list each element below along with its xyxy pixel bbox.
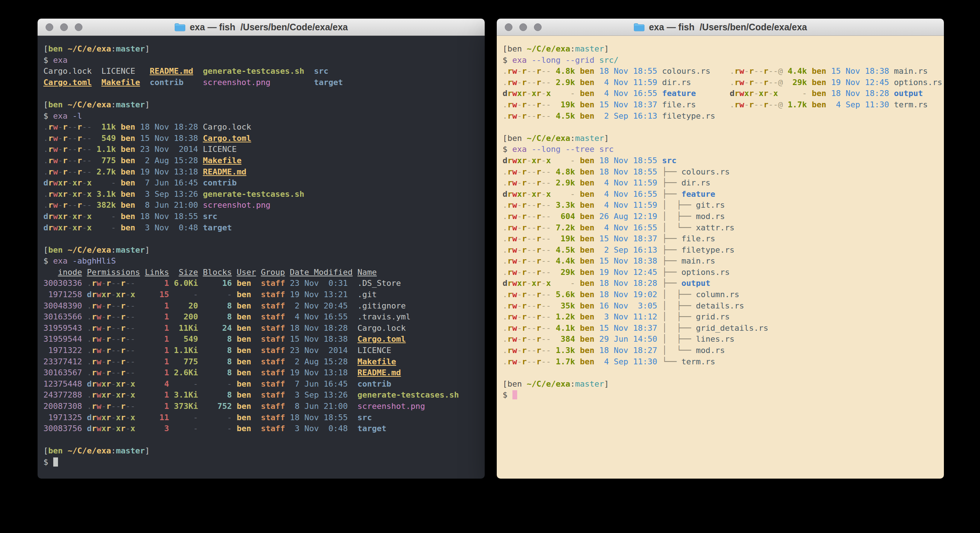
terminal-line: .rw-r--r-- 604 ben 26 Aug 12:19 │ ├── mo… (503, 211, 944, 222)
terminal-line: .rw-r--r-- 1.7k ben 4 Sep 11:30 └── term… (503, 356, 944, 368)
terminal-line: .rw-r--r-- 382k ben 8 Jun 21:00 screensh… (43, 200, 485, 211)
terminal-line: .rw-r--r-- 1.1k ben 23 Nov 2014 LICENCE (43, 144, 485, 155)
window-title-text: exa — fish /Users/ben/Code/exa/exa (649, 22, 807, 32)
terminal-line: drwxr-xr-x - ben 7 Jun 16:45 contrib (43, 177, 485, 189)
terminal-line: 24377288 .rwxr-xr-x 1 3.1Ki 8 ben staff … (43, 389, 485, 401)
terminal-line: .rw-r--r-- 4.1k ben 15 Nov 18:37 │ ├── g… (503, 323, 944, 334)
terminal-line: inode Permissions Links Size Blocks User… (43, 267, 485, 278)
desktop: { "left_window": { "title": "exa — fish … (0, 0, 980, 533)
folder-icon (633, 22, 645, 32)
zoom-button[interactable] (75, 23, 83, 31)
terminal-line: .rw-r--r-- 5.6k ben 18 Nov 19:02 │ ├── c… (503, 289, 944, 300)
terminal-line: $ exa (43, 55, 485, 66)
terminal-line: .rw-r--r-- 3.3k ben 4 Nov 11:59 │ ├── gi… (503, 200, 944, 211)
terminal-line: 1971258 drwxr-xr-x 15 - - ben staff 19 N… (43, 289, 485, 300)
terminal-line: [ben ~/C/e/exa:master] (503, 378, 944, 390)
zoom-button[interactable] (534, 23, 542, 31)
terminal-line: Cargo.toml Makefile contrib screenshot.p… (43, 77, 485, 88)
terminal-line: .rw-r--r-- 384 ben 29 Jun 14:50 │ ├── li… (503, 334, 944, 345)
close-button[interactable] (505, 23, 512, 31)
terminal-line (43, 233, 485, 244)
terminal-line: [ben ~/C/e/exa:master] (43, 244, 485, 256)
title-bar[interactable]: exa — fish /Users/ben/Code/exa/exa (497, 19, 944, 36)
folder-icon (174, 22, 186, 32)
window-title-text: exa — fish /Users/ben/Code/exa/exa (190, 22, 348, 32)
terminal-line: .rw-r--r-- 4.8k ben 18 Nov 18:55 colours… (503, 66, 944, 77)
terminal-line (43, 88, 485, 99)
terminal-line: 31959543 .rw-r--r-- 1 11Ki 24 ben staff … (43, 323, 485, 334)
terminal-line: [ben ~/C/e/exa:master] (43, 445, 485, 457)
terminal-window-light: exa — fish /Users/ben/Code/exa/exa [ben … (497, 19, 944, 479)
terminal-line: $ exa -abghHliS (43, 255, 485, 267)
terminal-output[interactable]: [ben ~/C/e/exa:master]$ exaCargo.lock LI… (38, 36, 485, 479)
terminal-line: 30048390 .rw-r--r-- 1 20 8 ben staff 2 N… (43, 300, 485, 312)
terminal-line: .rw-r--r-- 19k ben 15 Nov 18:37 ├── file… (503, 233, 944, 244)
terminal-output[interactable]: [ben ~/C/e/exa:master]$ exa --long --gri… (497, 36, 944, 479)
terminal-line (503, 121, 944, 133)
terminal-line: .rw-r--r-- 4.8k ben 18 Nov 18:55 ├── col… (503, 166, 944, 178)
minimize-button[interactable] (60, 23, 68, 31)
terminal-line: $ (43, 457, 485, 468)
terminal-line: 30083756 drwxr-xr-x 3 - - ben staff 3 No… (43, 423, 485, 434)
terminal-line: drwxr-xr-x - ben 18 Nov 18:28 ├── output (503, 278, 944, 289)
terminal-line (43, 434, 485, 446)
terminal-line: [ben ~/C/e/exa:master] (43, 99, 485, 111)
terminal-line: $ exa --long --tree src (503, 144, 944, 155)
terminal-line: drwxr-xr-x - ben 4 Nov 16:55 ├── feature (503, 189, 944, 200)
window-controls (505, 19, 542, 35)
terminal-line: [ben ~/C/e/exa:master] (43, 43, 485, 55)
terminal-line: .rw-r--r-- 1.3k ben 18 Nov 18:27 │ └── m… (503, 345, 944, 356)
terminal-line: $ exa --long --grid src/ (503, 55, 944, 66)
terminal-line: 31959544 .rw-r--r-- 1 549 8 ben staff 15… (43, 334, 485, 345)
terminal-line: .rw-r--r-- 2.7k ben 19 Nov 13:18 README.… (43, 166, 485, 178)
terminal-line: 30163567 .rw-r--r-- 1 2.6Ki 8 ben staff … (43, 367, 485, 378)
close-button[interactable] (46, 23, 53, 31)
terminal-line: 30030336 .rw-r--r-- 1 6.0Ki 16 ben staff… (43, 278, 485, 289)
terminal-line: $ exa -l (43, 111, 485, 122)
terminal-line: .rw-r--r-- 549 ben 15 Nov 18:38 Cargo.to… (43, 133, 485, 144)
terminal-line: drwxr-xr-x - ben 3 Nov 0:48 target (43, 222, 485, 234)
terminal-line: 1971325 drwxr-xr-x 11 - - ben staff 18 N… (43, 412, 485, 423)
terminal-line: $ (503, 389, 944, 401)
terminal-line: .rw-r--r-- 35k ben 16 Nov 3:05 │ ├── det… (503, 300, 944, 312)
window-title: exa — fish /Users/ben/Code/exa/exa (633, 22, 807, 32)
title-bar[interactable]: exa — fish /Users/ben/Code/exa/exa (38, 19, 485, 36)
terminal-line: 20087308 .rw-r--r-- 1 373Ki 752 ben staf… (43, 401, 485, 412)
terminal-line: .rw-r--r-- 7.2k ben 4 Nov 16:55 │ └── xa… (503, 222, 944, 234)
terminal-line: .rw-r--r-- 19k ben 15 Nov 18:37 file.rs … (503, 99, 944, 111)
terminal-line: 12375448 drwxr-xr-x 4 - - ben staff 7 Ju… (43, 378, 485, 390)
terminal-line: 1971322 .rw-r--r-- 1 1.1Ki 8 ben staff 2… (43, 345, 485, 356)
terminal-line: .rw-r--r-- 775 ben 2 Aug 15:28 Makefile (43, 155, 485, 166)
terminal-line: [ben ~/C/e/exa:master] (503, 43, 944, 55)
window-title: exa — fish /Users/ben/Code/exa/exa (174, 22, 348, 32)
terminal-window-dark: exa — fish /Users/ben/Code/exa/exa [ben … (38, 19, 485, 479)
terminal-line: drwxr-xr-x - ben 18 Nov 18:55 src (43, 211, 485, 222)
terminal-line: .rw-r--r-- 2.9k ben 4 Nov 11:59 ├── dir.… (503, 177, 944, 189)
terminal-line: .rwxr-xr-x 3.1k ben 3 Sep 13:26 generate… (43, 189, 485, 200)
terminal-line: .rw-r--r-- 29k ben 19 Nov 12:45 ├── opti… (503, 267, 944, 278)
terminal-line: .rw-r--r-- 2.9k ben 4 Nov 11:59 dir.rs .… (503, 77, 944, 88)
terminal-line: .rw-r--r-- 1.2k ben 3 Nov 11:12 │ ├── gr… (503, 311, 944, 323)
terminal-line (503, 367, 944, 378)
terminal-line: 23377412 .rw-r--r-- 1 775 8 ben staff 2 … (43, 356, 485, 368)
terminal-line: [ben ~/C/e/exa:master] (503, 133, 944, 144)
terminal-line: .rw-r--r-- 4.5k ben 2 Sep 16:13 ├── file… (503, 244, 944, 256)
terminal-line: drwxr-xr-x - ben 18 Nov 18:55 src (503, 155, 944, 166)
terminal-line: .rw-r--r-- 4.5k ben 2 Sep 16:13 filetype… (503, 111, 944, 122)
terminal-line: .rw-r--r-- 11k ben 18 Nov 18:28 Cargo.lo… (43, 121, 485, 133)
terminal-line: Cargo.lock LICENCE README.md generate-te… (43, 66, 485, 77)
minimize-button[interactable] (519, 23, 527, 31)
terminal-line: 30163566 .rw-r--r-- 1 200 8 ben staff 4 … (43, 311, 485, 323)
terminal-line: drwxr-xr-x - ben 4 Nov 16:55 feature drw… (503, 88, 944, 99)
terminal-line: .rw-r--r-- 4.4k ben 15 Nov 18:38 ├── mai… (503, 255, 944, 267)
window-controls (46, 19, 83, 35)
